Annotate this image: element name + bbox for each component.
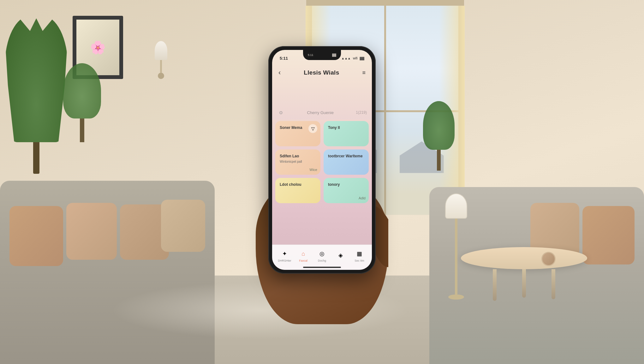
plant-mid (63, 63, 101, 142)
lamp-shade (445, 193, 467, 219)
plant-left-foliage (5, 16, 68, 142)
card-title: Sdlfen Lao (280, 154, 316, 158)
phone-device: 5:11 ▓▓ 5:11 ▲▲▲ wifi ▓▓ ‹ Llesis Wials … (268, 46, 376, 274)
battery-icon: ▓▓ (360, 57, 364, 60)
nav-label-2: Dochg (318, 259, 326, 262)
nav-label-4: Sec Itm (355, 259, 364, 262)
card-value: Wice (310, 168, 317, 172)
nav-item-2[interactable]: ◎ Dochg (313, 249, 331, 262)
list-item[interactable]: Soner Mema ▽ (275, 121, 320, 146)
phone-screen: 5:11 ▓▓ 5:11 ▲▲▲ wifi ▓▓ ‹ Llesis Wials … (272, 50, 372, 270)
plant-right-foliage (423, 101, 455, 150)
filter-icon: ⊙ (277, 109, 285, 116)
nav-item-0[interactable]: ✦ DHRSHter (275, 249, 294, 262)
nav-icon-2: ◎ (318, 249, 326, 258)
nav-item-4[interactable]: ▦ Sec Itm (350, 249, 369, 262)
menu-button[interactable]: ≡ (362, 70, 366, 76)
table-mug (541, 252, 556, 266)
nav-icon-4: ▦ (355, 249, 364, 258)
sofa-right-cushion-1 (582, 206, 635, 264)
phone-hand-container: 5:11 ▓▓ 5:11 ▲▲▲ wifi ▓▓ ‹ Llesis Wials … (234, 40, 410, 324)
nav-icon-3: ◈ (336, 251, 345, 260)
wall-sconce-left (152, 41, 170, 79)
coffee-table (461, 247, 587, 317)
card-title: tootbrcer Warlteme (328, 154, 364, 158)
nav-icon-1: ⌂ (299, 249, 308, 258)
sofa-left (0, 181, 215, 364)
status-right-text: ▓▓ (332, 53, 336, 57)
cards-grid: Soner Mema ▽ Tony Il Sdlfen Lao Wintonic… (275, 121, 369, 203)
sofa-cushion-4 (161, 200, 205, 252)
app-header: ‹ Llesis Wials ≡ (272, 64, 372, 82)
nav-label-0: DHRSHter (278, 259, 291, 262)
list-item[interactable]: tonory Adld (324, 178, 369, 203)
bottom-nav: ✦ DHRSHter ⌂ Faxcal ◎ Dochg ◈ ▦ Sec I (272, 245, 372, 270)
list-item[interactable]: Ldot cholou (275, 178, 320, 203)
table-leg-2 (522, 269, 526, 298)
card-title: Ldot cholou (280, 182, 316, 187)
card-subtitle: Wintonicpet pall (280, 160, 316, 164)
filter-row[interactable]: ⊙ Cherry Guenie 1(219) (272, 107, 372, 118)
table-leg-1 (493, 269, 497, 301)
card-title: Tony Il (328, 125, 364, 130)
card-badge: ▽ (308, 124, 317, 133)
table-top (461, 247, 587, 269)
table-leg-3 (552, 269, 555, 299)
plant-right (423, 101, 455, 171)
nav-item-1[interactable]: ⌂ Faxcal (294, 249, 313, 262)
lamp-pole (455, 219, 457, 294)
card-value: Adld (359, 196, 366, 200)
signal-icon: ▲▲▲ (341, 57, 351, 60)
nav-icon-0: ✦ (280, 249, 289, 258)
sconce-shade (155, 41, 167, 60)
list-item[interactable]: tootbrcer Warlteme (324, 149, 369, 175)
back-button[interactable]: ‹ (278, 69, 281, 77)
plant-mid-foliage (63, 63, 101, 118)
list-item[interactable]: Tony Il (324, 121, 369, 146)
sconce-stem (160, 60, 162, 73)
card-title: tonory (328, 182, 364, 187)
filter-right-value: 1(219) (356, 110, 367, 115)
app-title: Llesis Wials (304, 69, 339, 76)
phone-notch: 5:11 ▓▓ (303, 50, 341, 60)
sofa-cushion-1 (9, 206, 63, 266)
list-item[interactable]: Sdlfen Lao Wintonicpet pall Wice (275, 149, 320, 175)
status-left-text: 5:11 (308, 53, 313, 57)
plant-right-stem (437, 150, 441, 171)
nav-label-1: Faxcal (299, 259, 308, 262)
home-indicator (303, 267, 341, 268)
status-icons: ▲▲▲ wifi ▓▓ (341, 57, 364, 60)
filter-label: Cherry Guenie (287, 110, 353, 115)
plant-mid-stem (80, 118, 84, 142)
nav-item-3[interactable]: ◈ (331, 251, 350, 261)
sofa-cushion-2 (66, 203, 117, 260)
plant-left-stem (33, 142, 39, 174)
plant-left (5, 16, 68, 174)
sconce-mount (158, 73, 164, 79)
wifi-icon: wifi (353, 57, 357, 60)
status-time: 5:11 (280, 56, 288, 61)
table-legs-container (461, 269, 587, 301)
